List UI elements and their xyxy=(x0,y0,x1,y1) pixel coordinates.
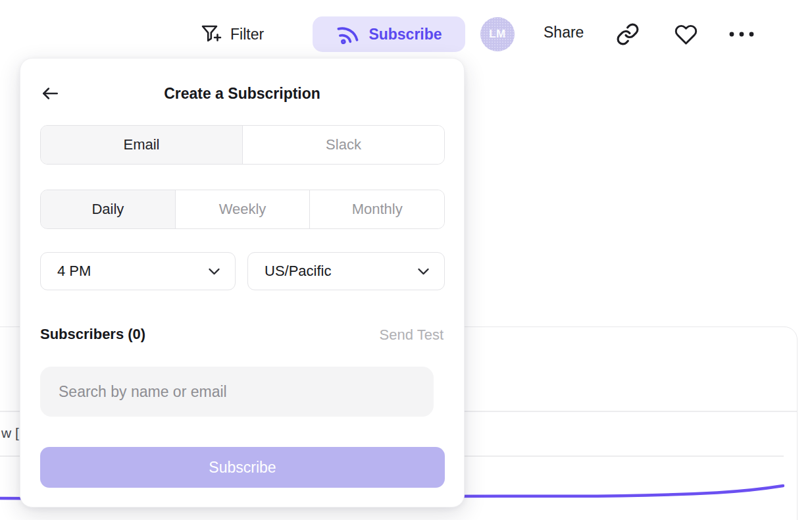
share-label: Share xyxy=(544,24,584,41)
subscribe-label: Subscribe xyxy=(368,26,442,43)
modal-title: Create a Subscription xyxy=(20,85,464,103)
tab-email[interactable]: Email xyxy=(41,126,242,164)
filter-label: Filter xyxy=(230,26,264,43)
time-select-value: 4 PM xyxy=(57,263,91,280)
tab-slack[interactable]: Slack xyxy=(242,126,444,164)
favorite-button[interactable] xyxy=(674,23,698,46)
tab-slack-label: Slack xyxy=(326,136,361,153)
chevron-down-icon xyxy=(208,267,220,276)
tab-weekly[interactable]: Weekly xyxy=(175,190,310,228)
tab-monthly-label: Monthly xyxy=(352,201,403,218)
ellipsis-icon xyxy=(728,26,755,42)
timezone-select-value: US/Pacific xyxy=(265,263,331,280)
tab-weekly-label: Weekly xyxy=(219,201,266,218)
avatar[interactable]: LM xyxy=(480,17,515,51)
send-test-button[interactable]: Send Test xyxy=(380,326,444,344)
background-clipped-text: w [ xyxy=(1,425,19,441)
copy-link-button[interactable] xyxy=(616,22,640,46)
timezone-select[interactable]: US/Pacific xyxy=(247,252,445,290)
modal-subscribe-button[interactable]: Subscribe xyxy=(40,447,445,488)
heart-icon xyxy=(674,23,698,46)
chevron-down-icon xyxy=(417,267,430,276)
subscriber-search-input[interactable] xyxy=(40,367,434,417)
time-select[interactable]: 4 PM xyxy=(40,252,236,290)
link-icon xyxy=(616,22,640,46)
tab-daily[interactable]: Daily xyxy=(41,190,175,228)
subscribe-button[interactable]: Subscribe xyxy=(313,16,465,52)
avatar-initials: LM xyxy=(489,28,506,41)
subscribers-heading: Subscribers (0) xyxy=(40,326,145,343)
tab-daily-label: Daily xyxy=(91,201,124,218)
channel-tab-group: Email Slack xyxy=(40,125,445,165)
share-button[interactable]: Share xyxy=(544,24,584,41)
tab-monthly[interactable]: Monthly xyxy=(309,190,444,228)
filter-button[interactable]: Filter xyxy=(199,20,264,49)
frequency-tab-group: Daily Weekly Monthly xyxy=(40,190,445,229)
more-menu-button[interactable] xyxy=(728,26,755,42)
rss-icon xyxy=(336,22,359,46)
filter-plus-icon xyxy=(199,22,222,47)
tab-email-label: Email xyxy=(123,136,159,153)
create-subscription-modal: Create a Subscription Email Slack Daily … xyxy=(20,58,465,507)
